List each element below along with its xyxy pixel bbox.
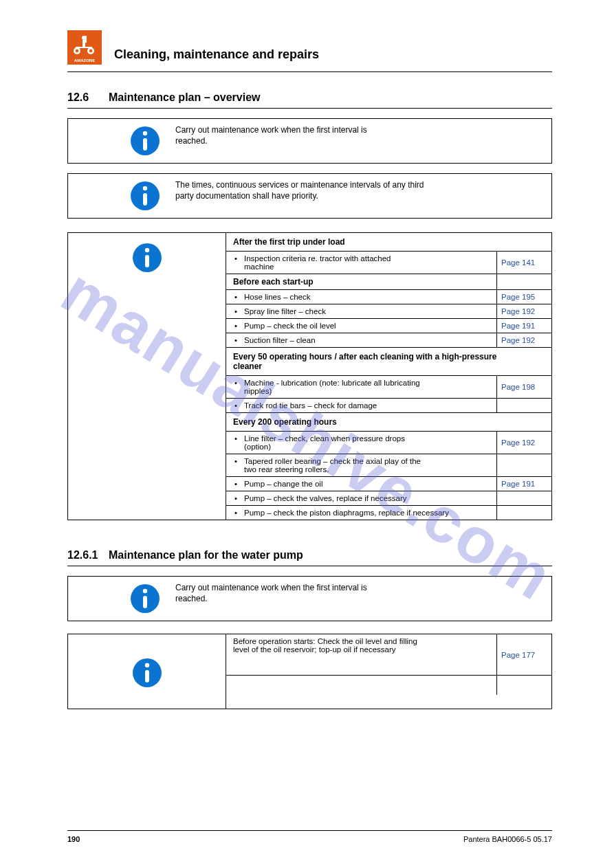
section-number: 12.6 — [67, 91, 95, 104]
row-page-link — [496, 454, 551, 476]
table-row: Spray line filter – check Page 192 — [226, 304, 551, 319]
plan-group-heading: Every 200 operating hours — [226, 413, 551, 432]
plan-group-heading: After the first trip under load — [226, 233, 551, 252]
svg-point-11 — [143, 131, 147, 135]
brand-logo: AMAZONE — [67, 30, 102, 65]
row-page-link — [496, 399, 551, 412]
row-page-link[interactable]: Page 177 — [496, 634, 551, 675]
table-row: Pump – check the piston diaphragms, repl… — [226, 506, 551, 520]
svg-point-23 — [144, 663, 149, 667]
row-page-link — [496, 491, 551, 505]
row-desc — [226, 676, 496, 695]
note-text: Carry out maintenance work when the firs… — [175, 124, 545, 146]
svg-point-17 — [144, 248, 149, 252]
notice-icon — [130, 126, 160, 156]
table-row: Pump – change the oil Page 191 — [226, 477, 551, 491]
svg-point-20 — [143, 589, 147, 593]
footer: 190 Pantera BAH0066-5 05.17 — [67, 830, 552, 843]
plan-rows: After the first trip under load Inspecti… — [226, 233, 551, 520]
table-row: Inspection criteria re. tractor with att… — [226, 252, 551, 274]
svg-point-14 — [143, 186, 147, 190]
svg-rect-13 — [143, 193, 147, 205]
svg-rect-19 — [143, 596, 147, 608]
svg-rect-8 — [85, 36, 87, 43]
note-box-priority: The times, continuous services or mainte… — [67, 173, 552, 219]
note-box-intervals: Carry out maintenance work when the firs… — [67, 118, 552, 164]
section-number: 12.6.1 — [67, 549, 95, 561]
table-row: Machine - lubrication (note: lubricate a… — [226, 376, 551, 399]
section-rule — [67, 566, 552, 566]
table-row: Before operation starts: Check the oil l… — [226, 634, 551, 676]
row-desc: Before operation starts: Check the oil l… — [226, 634, 496, 675]
page: AMAZONE Cleaning, maintenance and repair… — [0, 0, 614, 868]
svg-rect-6 — [83, 40, 85, 47]
footer-rule — [67, 830, 552, 831]
section-heading-pump: 12.6.1 Maintenance plan for the water pu… — [67, 549, 552, 561]
svg-rect-22 — [145, 670, 149, 682]
row-page-link[interactable]: Page 192 — [496, 333, 551, 347]
table-row: Suction filter – clean Page 192 — [226, 333, 551, 348]
notice-icon — [130, 181, 160, 211]
note-text: The times, continuous services or mainte… — [175, 179, 545, 201]
plan-rows: Before operation starts: Check the oil l… — [226, 634, 551, 709]
table-row: Pump – check the valves, replace if nece… — [226, 491, 551, 506]
row-page-link[interactable]: Page 141 — [496, 252, 551, 274]
svg-rect-16 — [145, 255, 149, 267]
row-page-link[interactable]: Page 191 — [496, 477, 551, 491]
row-page-link[interactable]: Page 195 — [496, 290, 551, 304]
section-rule — [67, 108, 552, 109]
row-page-link — [496, 676, 551, 695]
notice-icon — [132, 243, 162, 273]
table-row: Line filter – check, clean when pressure… — [226, 432, 551, 454]
svg-point-2 — [76, 49, 79, 53]
table-row: Pump – check the oil level Page 191 — [226, 319, 551, 333]
section-title: Maintenance plan – overview — [109, 91, 261, 104]
header-row: AMAZONE Cleaning, maintenance and repair… — [67, 30, 552, 65]
amazone-logo-icon: AMAZONE — [67, 30, 102, 65]
svg-point-4 — [89, 49, 93, 53]
plan-group-heading: Before each start-up — [226, 274, 551, 290]
section-title: Maintenance plan for the water pump — [109, 549, 303, 561]
logo-text: AMAZONE — [74, 58, 95, 63]
table-row: Tapered roller bearing – check the axial… — [226, 454, 551, 477]
plan-group-heading: Every 50 operating hours / after each cl… — [226, 348, 551, 376]
row-desc: Inspection criteria re. tractor with att… — [226, 252, 496, 274]
row-page-link[interactable]: Page 192 — [496, 432, 551, 454]
row-page-link[interactable]: Page 191 — [496, 319, 551, 333]
maintenance-plan-box: After the first trip under load Inspecti… — [67, 232, 552, 520]
chapter-title: Cleaning, maintenance and repairs — [114, 47, 319, 62]
page-number: 190 — [67, 835, 80, 843]
note-text: Carry out maintenance work when the firs… — [175, 582, 545, 604]
plan-icon-column — [68, 233, 226, 520]
row-page-link — [496, 506, 551, 520]
footer-row: 190 Pantera BAH0066-5 05.17 — [67, 835, 552, 843]
table-row: Track rod tie bars – check for damage — [226, 399, 551, 413]
section-heading: 12.6 Maintenance plan – overview — [67, 91, 552, 104]
table-row — [226, 676, 551, 695]
note-box-pump: Carry out maintenance work when the firs… — [67, 576, 552, 621]
notice-icon — [130, 583, 160, 614]
plan-icon-column — [68, 634, 226, 709]
table-row: Hose lines – check Page 195 — [226, 290, 551, 304]
notice-icon — [132, 658, 162, 688]
row-page-link[interactable]: Page 198 — [496, 376, 551, 398]
header-rule — [67, 71, 552, 72]
pump-plan-box: Before operation starts: Check the oil l… — [67, 634, 552, 709]
svg-rect-10 — [143, 138, 147, 151]
row-page-link[interactable]: Page 192 — [496, 304, 551, 318]
doc-id: Pantera BAH0066-5 05.17 — [463, 835, 552, 843]
